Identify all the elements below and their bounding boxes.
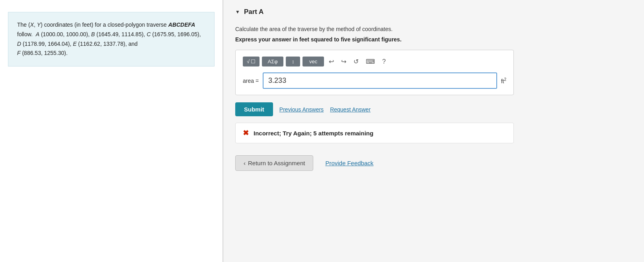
- incorrect-icon: ✖: [243, 129, 249, 137]
- chevron-left-icon: ‹: [244, 160, 246, 166]
- help-button[interactable]: ?: [380, 57, 388, 67]
- symbols-label: ΑΣφ: [268, 59, 278, 65]
- symbols-button[interactable]: ΑΣφ: [262, 57, 283, 66]
- toolbar: √ ☐ ΑΣφ ↕ vec ↩ ↪ ↺ ⌨: [243, 56, 506, 67]
- return-to-assignment-button[interactable]: ‹ Return to Assignment: [235, 155, 313, 171]
- input-row: area = ft2: [243, 72, 506, 89]
- request-answer-button[interactable]: Request Answer: [330, 106, 371, 113]
- right-panel: ▼ Part A Calculate the area of the trave…: [223, 0, 644, 262]
- help-icon: ?: [382, 58, 386, 65]
- bottom-bar: ‹ Return to Assignment Provide Feedback: [235, 155, 632, 171]
- submit-button[interactable]: Submit: [235, 102, 273, 116]
- question-text: Calculate the area of the traverse by th…: [235, 26, 632, 32]
- collapse-icon[interactable]: ▼: [235, 9, 240, 15]
- keyboard-button[interactable]: ⌨: [363, 56, 377, 67]
- actions-row: Submit Previous Answers Request Answer: [235, 102, 514, 116]
- part-header: ▼ Part A: [235, 8, 632, 16]
- answer-box: √ ☐ ΑΣφ ↕ vec ↩ ↪ ↺ ⌨: [235, 50, 514, 95]
- arrows-label: ↕: [292, 59, 295, 65]
- refresh-button[interactable]: ↺: [351, 56, 361, 67]
- redo-icon: ↪: [341, 58, 346, 65]
- left-panel: The (X, Y) coordinates (in feet) for a c…: [0, 0, 223, 262]
- input-label: area =: [243, 78, 259, 84]
- provide-feedback-button[interactable]: Provide Feedback: [325, 160, 373, 166]
- sqrt-icon: √: [247, 59, 250, 65]
- question-emphasis: Express your answer in feet squared to f…: [235, 36, 632, 43]
- feedback-text: Incorrect; Try Again; 5 attempts remaini…: [254, 130, 373, 137]
- unit-label: ft2: [501, 77, 506, 84]
- problem-box: The (X, Y) coordinates (in feet) for a c…: [8, 12, 215, 66]
- redo-button[interactable]: ↪: [339, 56, 349, 67]
- vec-button[interactable]: vec: [302, 57, 324, 66]
- vec-label: vec: [309, 59, 317, 65]
- undo-icon: ↩: [329, 58, 334, 65]
- undo-button[interactable]: ↩: [326, 56, 336, 67]
- refresh-icon: ↺: [353, 58, 359, 65]
- return-label: Return to Assignment: [248, 160, 305, 166]
- feedback-box: ✖ Incorrect; Try Again; 5 attempts remai…: [235, 123, 514, 143]
- previous-answers-button[interactable]: Previous Answers: [279, 106, 324, 113]
- fraction-icon: ☐: [251, 59, 256, 65]
- problem-text: The (X, Y) coordinates (in feet) for a c…: [17, 20, 205, 58]
- sqrt-button[interactable]: √ ☐: [243, 57, 260, 66]
- arrows-button[interactable]: ↕: [286, 57, 300, 66]
- answer-input[interactable]: [263, 72, 497, 89]
- keyboard-icon: ⌨: [366, 58, 375, 65]
- part-title: Part A: [244, 8, 263, 16]
